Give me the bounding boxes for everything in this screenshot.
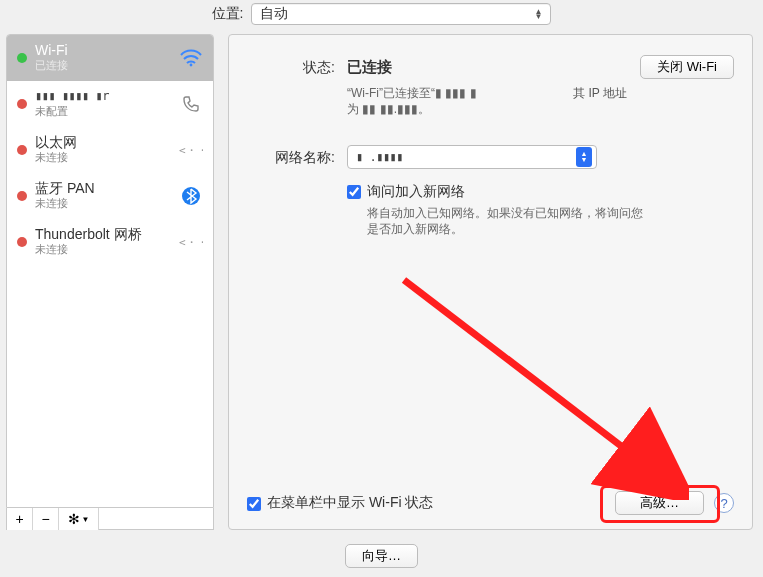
menubar-checkbox[interactable] (247, 497, 261, 511)
sidebar-item-label: Thunderbolt 网桥 (35, 227, 171, 242)
status-label: 状态: (247, 55, 347, 77)
status-desc-line2: 为 ▮▮ ▮▮.▮▮▮。 (347, 102, 430, 116)
sidebar: Wi-Fi 已连接 ▮▮▮ ▮▮▮▮ ▮r 未配置 (6, 34, 214, 508)
ethernet-icon: <・・・> (179, 143, 203, 157)
remove-button[interactable]: − (33, 508, 59, 530)
network-name-label: 网络名称: (247, 145, 347, 167)
status-desc: “Wi-Fi”已连接至“▮ ▮▮▮ ▮ 其 IP 地址 为 ▮▮ ▮▮.▮▮▮。 (347, 85, 627, 117)
sidebar-item-wifi[interactable]: Wi-Fi 已连接 (7, 35, 213, 81)
advanced-button[interactable]: 高级… (615, 491, 704, 515)
ask-join-label: 询问加入新网络 (367, 183, 647, 201)
sidebar-item-sub: 未连接 (35, 196, 171, 211)
status-value: 已连接 (347, 58, 392, 77)
wizard-button[interactable]: 向导… (345, 544, 418, 568)
svg-point-0 (190, 63, 193, 66)
ask-join-desc: 将自动加入已知网络。如果没有已知网络，将询问您是否加入新网络。 (367, 205, 647, 237)
detail-pane: 状态: 已连接 关闭 Wi-Fi “Wi-Fi”已连接至“▮ ▮▮▮ ▮ 其 I… (228, 34, 753, 530)
location-label: 位置: (212, 5, 244, 23)
chevron-updown-icon: ▲▼ (576, 147, 592, 167)
svg-line-4 (404, 280, 659, 475)
sidebar-item-ethernet[interactable]: 以太网 未连接 <・・・> (7, 127, 213, 173)
status-desc-line1: “Wi-Fi”已连接至“▮ ▮▮▮ ▮ (347, 86, 477, 100)
status-dot-icon (17, 191, 27, 201)
sidebar-item-modem[interactable]: ▮▮▮ ▮▮▮▮ ▮r 未配置 (7, 81, 213, 127)
add-button[interactable]: + (7, 508, 33, 530)
status-dot-icon (17, 99, 27, 109)
sidebar-item-sub: 未配置 (35, 104, 171, 119)
svg-text:<・・・>: <・・・> (179, 236, 203, 249)
gear-icon: ✻ (68, 511, 80, 527)
location-select[interactable]: 自动 ▲▼ (251, 3, 551, 25)
chevron-updown-icon: ▲▼ (535, 9, 543, 19)
phone-icon (179, 94, 203, 114)
sidebar-item-sub: 未连接 (35, 150, 171, 165)
ip-label: 其 IP 地址 (573, 85, 627, 101)
sidebar-item-label: 蓝牙 PAN (35, 181, 171, 196)
sidebar-item-label: Wi-Fi (35, 43, 171, 58)
sidebar-item-sub: 未连接 (35, 242, 171, 257)
sidebar-item-bluetooth-pan[interactable]: 蓝牙 PAN 未连接 (7, 173, 213, 219)
svg-text:<・・・>: <・・・> (179, 144, 203, 157)
sidebar-item-label: 以太网 (35, 135, 171, 150)
location-value: 自动 (260, 5, 288, 23)
ask-join-checkbox[interactable] (347, 185, 361, 199)
wifi-icon (179, 49, 203, 67)
bluetooth-icon (179, 186, 203, 206)
sidebar-item-sub: 已连接 (35, 58, 171, 73)
sidebar-item-label: ▮▮▮ ▮▮▮▮ ▮r (35, 89, 171, 104)
network-name-select[interactable]: ▮ .▮▮▮▮ ▲▼ (347, 145, 597, 169)
ethernet-icon: <・・・> (179, 235, 203, 249)
turn-off-wifi-button[interactable]: 关闭 Wi-Fi (640, 55, 734, 79)
annotation-arrow-icon (399, 275, 689, 500)
gear-menu-button[interactable]: ✻ ▼ (59, 508, 99, 530)
help-button[interactable]: ? (714, 493, 734, 513)
status-dot-icon (17, 145, 27, 155)
network-name-value: ▮ .▮▮▮▮ (356, 150, 403, 164)
status-dot-icon (17, 53, 27, 63)
sidebar-item-thunderbolt[interactable]: Thunderbolt 网桥 未连接 <・・・> (7, 219, 213, 265)
menubar-label: 在菜单栏中显示 Wi-Fi 状态 (267, 494, 433, 512)
sidebar-toolbar: + − ✻ ▼ (6, 508, 214, 530)
status-dot-icon (17, 237, 27, 247)
chevron-down-icon: ▼ (82, 515, 90, 524)
